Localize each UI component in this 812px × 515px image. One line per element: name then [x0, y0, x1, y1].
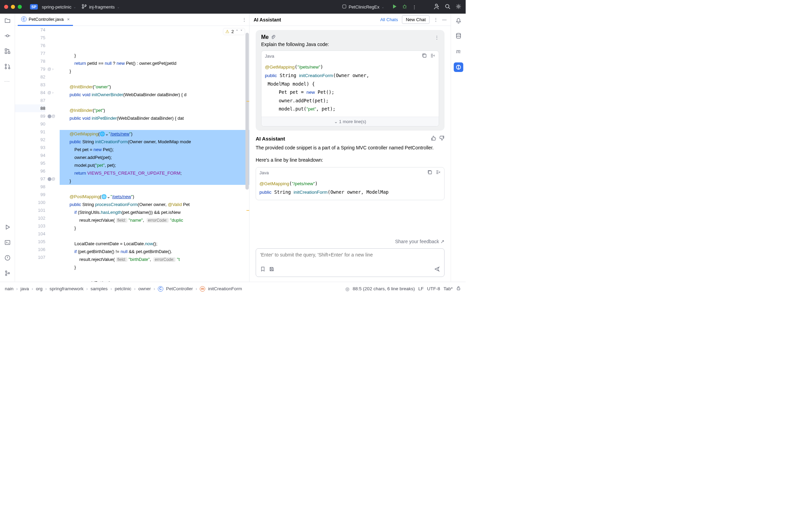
minimize-window-icon[interactable] — [11, 5, 15, 9]
breadcrumb-item[interactable]: petclinic — [115, 286, 131, 291]
breadcrumb-item[interactable]: initCreationForm — [208, 286, 242, 291]
right-toolbar: m — [451, 14, 466, 282]
insert-code-icon[interactable] — [435, 170, 441, 176]
maven-tool-icon[interactable]: m — [456, 48, 461, 55]
pull-requests-icon[interactable] — [4, 63, 11, 71]
svg-rect-11 — [8, 52, 10, 54]
spiral-icon[interactable]: ◎ — [345, 286, 349, 292]
svg-rect-9 — [5, 49, 7, 50]
thumbs-up-icon[interactable] — [431, 135, 436, 142]
svg-point-2 — [85, 5, 86, 6]
send-icon[interactable] — [434, 266, 440, 273]
project-tool-icon[interactable] — [4, 17, 11, 25]
assistant-input[interactable] — [256, 248, 445, 277]
marker-warning[interactable] — [246, 101, 249, 102]
tab-actions-icon[interactable]: ⋮ — [242, 17, 246, 22]
file-encoding[interactable]: UTF-8 — [427, 286, 440, 291]
assistant-textarea[interactable] — [260, 252, 440, 263]
maximize-window-icon[interactable] — [18, 5, 22, 9]
user-message: Me ⋮ Explain the following Java code: Ja… — [256, 30, 445, 131]
svg-point-6 — [446, 4, 449, 8]
tab-petcontroller[interactable]: C PetController.java × — [18, 14, 73, 26]
problems-tool-icon[interactable] — [4, 254, 11, 262]
breadcrumb-item[interactable]: org — [36, 286, 43, 291]
commit-tool-icon[interactable] — [4, 32, 11, 40]
expand-code-link[interactable]: ⌄ 1 more line(s) — [261, 117, 439, 126]
project-selector[interactable]: SP spring-petclinic ⌄ — [27, 3, 79, 11]
window-controls — [4, 5, 22, 9]
breadcrumb-item[interactable]: owner — [138, 286, 151, 291]
branch-selector[interactable]: inj-fragments ⌄ — [79, 2, 122, 12]
bookmark-icon[interactable] — [260, 266, 266, 273]
run-config-name: PetClinicRegEx — [349, 4, 379, 10]
attachment-icon[interactable] — [271, 34, 275, 40]
feedback-link[interactable]: Share your feedback ↗ — [250, 237, 451, 246]
settings-icon[interactable] — [455, 3, 462, 11]
structure-tool-icon[interactable] — [4, 48, 11, 56]
indent-setting[interactable]: Tab* — [443, 286, 453, 291]
warning-icon: ⚠ — [225, 29, 229, 34]
vcs-tool-icon[interactable] — [4, 270, 11, 278]
svg-point-12 — [5, 64, 6, 65]
svg-rect-21 — [423, 54, 426, 57]
save-icon[interactable] — [269, 266, 274, 273]
run-tool-icon[interactable] — [4, 224, 11, 232]
breadcrumb-item[interactable]: nain — [5, 286, 14, 291]
debug-button[interactable] — [402, 4, 407, 10]
terminal-tool-icon[interactable] — [4, 239, 11, 247]
prev-highlight-icon[interactable]: ˄ — [236, 29, 238, 34]
search-icon[interactable] — [445, 3, 451, 11]
chevron-down-icon: ⌄ — [73, 5, 76, 9]
breadcrumb-item[interactable]: samples — [91, 286, 108, 291]
marker-warning[interactable] — [246, 210, 249, 211]
database-tool-icon[interactable] — [455, 32, 462, 40]
run-button[interactable] — [392, 4, 397, 10]
insert-code-icon[interactable] — [430, 53, 435, 59]
code-with-me-icon[interactable] — [433, 3, 440, 11]
warning-count: 2 — [231, 29, 234, 34]
inspections-widget[interactable]: ⚠ 2 ˄ ˅ — [223, 28, 245, 35]
notifications-icon[interactable] — [455, 17, 462, 25]
copy-code-icon[interactable] — [422, 53, 427, 59]
run-config-selector[interactable]: PetClinicRegEx ⌄ — [339, 3, 387, 11]
svg-point-5 — [435, 4, 437, 6]
code-lang-label: Java — [259, 170, 269, 175]
more-actions-icon[interactable]: ⋮ — [412, 4, 417, 10]
readonly-lock-icon[interactable] — [456, 286, 461, 292]
svg-rect-22 — [428, 171, 432, 174]
new-chat-button[interactable]: New Chat — [402, 15, 430, 24]
svg-point-8 — [6, 35, 9, 37]
svg-point-1 — [82, 7, 84, 9]
minimize-assistant-icon[interactable]: — — [442, 17, 447, 22]
line-separator[interactable]: LF — [418, 286, 424, 291]
user-message-text: Explain the following Java code: — [261, 42, 439, 47]
svg-point-14 — [9, 68, 10, 69]
assistant-message: AI Assistant The provided code snippet i… — [256, 135, 445, 200]
breadcrumb-item[interactable]: springframework — [49, 286, 84, 291]
left-toolbar: ··· — [0, 14, 15, 282]
copy-code-icon[interactable] — [427, 170, 433, 176]
assistant-menu-icon[interactable]: ⋮ — [434, 17, 438, 22]
more-tools-icon[interactable]: ··· — [4, 78, 10, 84]
close-tab-icon[interactable]: × — [67, 17, 70, 22]
code-area[interactable]: } return petId == null ? new Pet() : own… — [60, 26, 249, 282]
ai-assistant-tool-icon[interactable] — [454, 62, 463, 72]
close-window-icon[interactable] — [4, 5, 8, 9]
gutter[interactable]: 7475767778798283848788899091929394959697… — [15, 26, 47, 282]
caret-position[interactable]: 88:5 (202 chars, 6 line breaks) — [353, 286, 415, 291]
next-highlight-icon[interactable]: ˅ — [240, 29, 243, 34]
breadcrumbs[interactable]: nain›java›org›springframework›samples›pe… — [5, 286, 242, 292]
ai-assistant-pane: AI Assistant All Chats New Chat ⋮ — Me ⋮… — [250, 14, 451, 282]
editor[interactable]: ⚠ 2 ˄ ˅ 74757677787982838487888990919293… — [15, 26, 249, 282]
svg-rect-24 — [457, 288, 460, 290]
breadcrumb-item[interactable]: java — [20, 286, 29, 291]
tab-label: PetController.java — [29, 17, 64, 22]
scrollbar-thumb[interactable] — [245, 33, 249, 190]
svg-rect-10 — [5, 52, 7, 54]
thumbs-down-icon[interactable] — [439, 135, 445, 142]
statusbar: nain›java›org›springframework›samples›pe… — [0, 282, 466, 295]
project-name: spring-petclinic — [42, 4, 72, 10]
all-chats-link[interactable]: All Chats — [380, 17, 398, 22]
breadcrumb-item[interactable]: PetController — [166, 286, 193, 291]
message-menu-icon[interactable]: ⋮ — [435, 35, 439, 40]
